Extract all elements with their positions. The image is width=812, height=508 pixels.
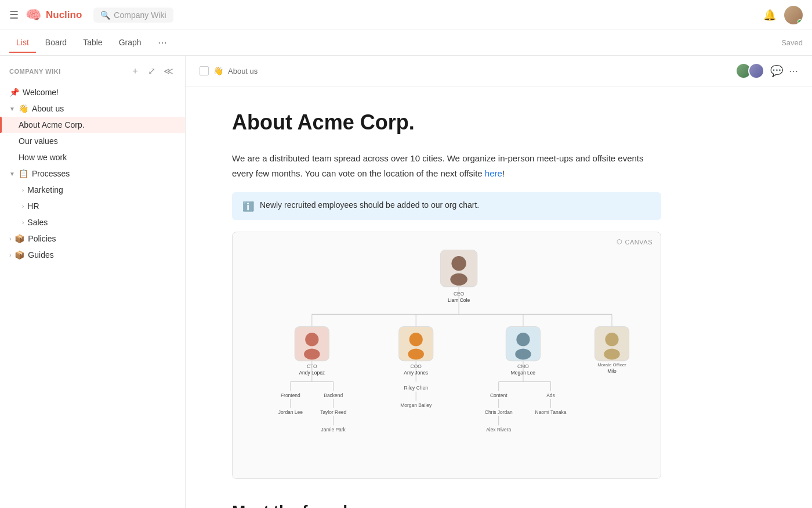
expand-button[interactable]: ⤢ [146,64,158,78]
online-indicator [798,19,802,24]
content-area: 👋 About us 💬 ⋯ About Acme Corp. We are a… [186,56,812,508]
sidebar-item-sales[interactable]: › Sales [0,214,185,230]
add-item-button[interactable]: ＋ [128,64,142,78]
body-text-1: We are a distributed team spread across … [232,153,644,178]
section-label: Policies [28,234,56,243]
sidebar-section-guides[interactable]: › 📦 Guides [0,247,185,263]
svg-text:Taylor Reed: Taylor Reed [320,410,346,416]
tab-bar: List Board Table Graph ⋯ Saved [0,30,812,56]
tab-graph[interactable]: Graph [112,33,148,53]
collaborators [735,63,764,79]
svg-text:Jordan Lee: Jordan Lee [278,410,303,416]
sidebar-item-welcome[interactable]: 📌 Welcome! [0,84,185,100]
body-text-2: ! [502,168,505,178]
user-avatar[interactable] [784,6,803,24]
sidebar-item-label: Marketing [27,185,63,194]
canvas-icon: ⬡ [617,238,623,246]
search-icon: 🔍 [100,10,110,20]
sidebar-item-label: Welcome! [23,88,164,97]
breadcrumb: 👋 About us [200,66,258,75]
chevron-right-icon: › [22,203,24,210]
sidebar-actions: ＋ ⤢ ≪ [128,64,176,78]
canvas-container[interactable]: ⬡ CANVAS CEO Liam Cole [232,232,661,479]
info-text: Newly recruited employees should be adde… [260,200,479,210]
search-text: Company Wiki [114,10,166,20]
content-header: 👋 About us 💬 ⋯ [186,56,812,87]
org-chart-svg: CEO Liam Cole [244,244,649,464]
sidebar-item-marketing[interactable]: › Marketing [0,182,185,198]
sidebar: COMPANY WIKI ＋ ⤢ ≪ 📌 Welcome! ▼ 👋 About … [0,56,186,508]
guides-emoji: 📦 [14,250,24,260]
sidebar-title: COMPANY WIKI [9,68,124,75]
sidebar-item-about-acme[interactable]: About Acme Corp. [0,117,185,133]
search-bar[interactable]: 🔍 Company Wiki [93,8,173,23]
meet-section: Meet the founder [232,502,661,508]
logo[interactable]: 🧠 Nuclino [26,8,82,23]
svg-point-27 [605,333,618,346]
chevron-right-icon: › [22,187,24,193]
chevron-down-icon: ▼ [9,106,15,112]
svg-point-17 [409,333,423,346]
svg-text:Riley Chen: Riley Chen [404,385,429,391]
sidebar-item-hr[interactable]: › HR [0,198,185,214]
brain-icon: 🧠 [26,8,41,23]
sidebar-item-label: HR [27,201,39,211]
document-title: About Acme Corp. [232,110,661,135]
content-header-actions: 💬 ⋯ [735,63,798,79]
section-label: About us [32,104,64,113]
about-us-emoji: 👋 [19,104,28,113]
sidebar-section-processes[interactable]: ▼ 📋 Processes [0,165,185,182]
chevron-right-icon: › [22,219,24,226]
here-link[interactable]: here [485,168,502,178]
svg-text:Chris Jordan: Chris Jordan [485,410,513,416]
svg-text:Alex Rivera: Alex Rivera [486,427,511,433]
breadcrumb-emoji: 👋 [213,66,223,75]
breadcrumb-checkbox[interactable] [200,66,209,75]
more-options-icon[interactable]: ⋯ [789,66,798,77]
tab-more-icon[interactable]: ⋯ [153,33,172,53]
sidebar-item-label: Sales [27,218,48,227]
sidebar-item-our-values[interactable]: Our values [0,133,185,149]
tab-list[interactable]: List [9,33,36,53]
pin-icon: 📌 [9,88,19,97]
svg-point-23 [515,349,531,360]
comment-icon[interactable]: 💬 [770,64,783,77]
breadcrumb-text: About us [228,67,258,75]
sidebar-section-policies[interactable]: › 📦 Policies [0,230,185,247]
hamburger-icon[interactable]: ☰ [9,9,19,21]
sidebar-item-how-we-work[interactable]: How we work [0,149,185,165]
svg-point-13 [304,349,320,360]
info-icon: ℹ️ [242,201,254,212]
sidebar-item-label: How we work [19,153,164,162]
svg-text:Backend: Backend [324,392,343,398]
tab-table[interactable]: Table [76,33,109,53]
svg-text:Milo: Milo [607,368,617,374]
svg-point-12 [305,333,318,346]
svg-text:Naomi Tanaka: Naomi Tanaka [535,410,567,416]
sidebar-item-label: Our values [19,136,164,146]
chevron-right-icon: › [9,236,11,242]
svg-point-18 [408,349,424,360]
collapse-button[interactable]: ≪ [161,64,176,78]
info-box: ℹ️ Newly recruited employees should be a… [232,192,661,220]
saved-label: Saved [781,38,803,47]
tab-board[interactable]: Board [38,33,74,53]
svg-point-2 [450,273,467,286]
sidebar-section-about-us[interactable]: ▼ 👋 About us [0,100,185,117]
chevron-down-icon: ▼ [9,171,15,177]
collaborator-avatar-2 [748,63,764,79]
svg-point-1 [451,256,466,271]
section-label: Guides [28,250,53,260]
svg-text:Morale Officer: Morale Officer [597,362,626,368]
document-content: About Acme Corp. We are a distributed te… [186,87,708,508]
svg-point-22 [516,333,530,346]
processes-emoji: 📋 [19,169,28,178]
bell-icon[interactable]: 🔔 [763,9,776,21]
svg-point-28 [604,349,619,360]
meet-title: Meet the founder [232,502,661,508]
app-name: Nuclino [46,9,82,21]
canvas-label: ⬡ CANVAS [617,238,652,246]
svg-text:Content: Content [490,392,507,398]
document-body: We are a distributed team spread across … [232,151,661,181]
svg-text:Frontend: Frontend [281,392,300,398]
